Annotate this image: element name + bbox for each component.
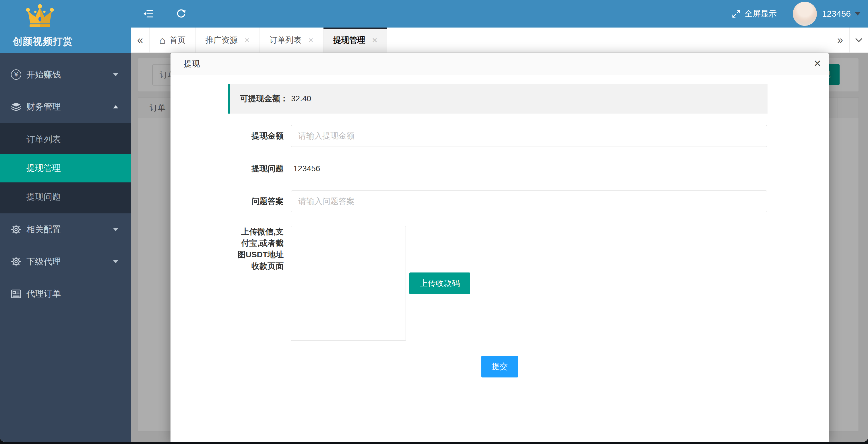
- sidebar-item-agent-orders[interactable]: 代理订单: [0, 278, 131, 310]
- sidebar-item-sub-agents[interactable]: 下级代理: [0, 245, 131, 278]
- chevron-down-icon: [113, 260, 118, 263]
- sidebar-item-withdraw-management[interactable]: 提现管理: [0, 154, 131, 182]
- tab-withdraw-management[interactable]: 提现管理 ×: [323, 28, 388, 53]
- tab-close-icon[interactable]: ×: [245, 35, 250, 45]
- answer-label: 问题答案: [170, 196, 291, 207]
- form-row-question: 提现问题 123456: [170, 158, 829, 179]
- app-title: 创颜视频打赏: [12, 35, 131, 48]
- yen-circle-icon: ¥: [11, 69, 21, 80]
- sidebar-item-label: 财务管理: [26, 101, 61, 113]
- tabbar-spacer: [387, 28, 831, 53]
- tab-label: 推广资源: [206, 35, 238, 45]
- upload-qr-button[interactable]: 上传收款码: [409, 272, 470, 294]
- crown-logo-icon: [23, 4, 57, 30]
- upload-label-line: 上传微信,支: [170, 226, 284, 238]
- gear-icon: [11, 257, 21, 267]
- app-logo: 创颜视频打赏: [0, 0, 131, 53]
- fullscreen-label: 全屏显示: [745, 8, 777, 19]
- username[interactable]: 123456: [822, 9, 851, 19]
- sidebar-item-withdraw-question[interactable]: 提现问题: [0, 182, 131, 211]
- sidebar-item-label: 开始赚钱: [26, 69, 61, 80]
- question-value: 123456: [291, 158, 320, 179]
- form-row-answer: 问题答案: [170, 191, 829, 212]
- balance-value: 32.40: [291, 94, 311, 103]
- topbar: 全屏显示 123456: [131, 0, 868, 28]
- refresh-button[interactable]: [176, 9, 186, 19]
- tabs-scroll-right-button[interactable]: »: [831, 28, 849, 53]
- amount-label: 提现金额: [170, 131, 291, 141]
- form-row-submit: 提交: [170, 356, 829, 377]
- topbar-right: 全屏显示 123456: [732, 2, 861, 26]
- form-row-upload: 上传微信,支 付宝,或者截 图USDT地址 收款页面 上传收款码: [170, 226, 829, 341]
- sidebar-menu: ¥ 开始赚钱 财务管理 订单列表 提现管理 提现: [0, 53, 131, 310]
- balance-label: 可提现金额：: [240, 93, 288, 104]
- chevron-down-icon: [113, 73, 118, 76]
- sidebar-item-label: 下级代理: [26, 256, 61, 268]
- withdraw-amount-input[interactable]: [291, 125, 767, 147]
- tab-close-icon[interactable]: ×: [372, 35, 377, 45]
- fullscreen-button[interactable]: 全屏显示: [732, 8, 777, 19]
- modal-close-button[interactable]: ×: [814, 57, 821, 69]
- sidebar-item-settings[interactable]: 相关配置: [0, 213, 131, 245]
- tab-label: 订单列表: [269, 35, 301, 45]
- upload-label-line: 图USDT地址: [170, 249, 284, 261]
- submit-button[interactable]: 提交: [482, 356, 518, 377]
- tabbar: « ⌂ 首页 推广资源 × 订单列表 × 提现管理 × »: [131, 28, 868, 53]
- home-icon: ⌂: [159, 34, 166, 46]
- tab-home[interactable]: ⌂ 首页: [150, 28, 196, 53]
- chevron-down-icon: [855, 37, 863, 43]
- upload-label-line: 付宝,或者截: [170, 238, 284, 249]
- fullscreen-icon: [732, 9, 741, 19]
- withdraw-form: 提现金额 提现问题 123456 问题答案 上传微信,支 付宝,或者截 图USD…: [170, 125, 829, 377]
- app-window: 创颜视频打赏 ¥ 开始赚钱 财务管理: [0, 0, 868, 442]
- user-menu-caret-icon[interactable]: [855, 12, 861, 15]
- upload-label: 上传微信,支 付宝,或者截 图USDT地址 收款页面: [170, 226, 291, 272]
- modal-header: 提现 ×: [170, 53, 829, 75]
- tab-order-list[interactable]: 订单列表 ×: [259, 28, 323, 53]
- question-label: 提现问题: [170, 163, 291, 174]
- question-answer-input[interactable]: [291, 191, 767, 212]
- upload-label-line: 收款页面: [170, 261, 284, 272]
- tab-promo-resources[interactable]: 推广资源 ×: [196, 28, 260, 53]
- sidebar-item-label: 代理订单: [26, 288, 61, 300]
- tab-label: 提现管理: [333, 35, 365, 45]
- tabs-menu-button[interactable]: [849, 28, 868, 53]
- tab-label: 首页: [169, 35, 186, 45]
- sidebar-item-label: 相关配置: [26, 224, 61, 236]
- clipboard-icon: [11, 289, 21, 299]
- finance-submenu: 订单列表 提现管理 提现问题: [0, 123, 131, 213]
- chevron-up-icon: [113, 105, 118, 108]
- sidebar-item-finance[interactable]: 财务管理: [0, 91, 131, 123]
- form-row-amount: 提现金额: [170, 125, 829, 147]
- layers-icon: [11, 102, 21, 112]
- qr-preview-box[interactable]: [291, 226, 406, 341]
- gear-icon: [11, 224, 21, 235]
- sidebar-item-start-earning[interactable]: ¥ 开始赚钱: [0, 59, 131, 91]
- withdraw-modal: 提现 × 可提现金额： 32.40 提现金额 提现问题 123456 问题答案: [170, 53, 829, 442]
- tabs-scroll-left-button[interactable]: «: [131, 28, 150, 53]
- sidebar-item-order-list[interactable]: 订单列表: [0, 125, 131, 154]
- modal-title: 提现: [184, 59, 200, 69]
- tab-close-icon[interactable]: ×: [308, 35, 313, 45]
- collapse-sidebar-button[interactable]: [143, 9, 153, 18]
- avatar[interactable]: [793, 2, 817, 26]
- chevron-down-icon: [113, 228, 118, 231]
- balance-banner: 可提现金额： 32.40: [228, 84, 768, 113]
- sidebar: 创颜视频打赏 ¥ 开始赚钱 财务管理: [0, 0, 131, 442]
